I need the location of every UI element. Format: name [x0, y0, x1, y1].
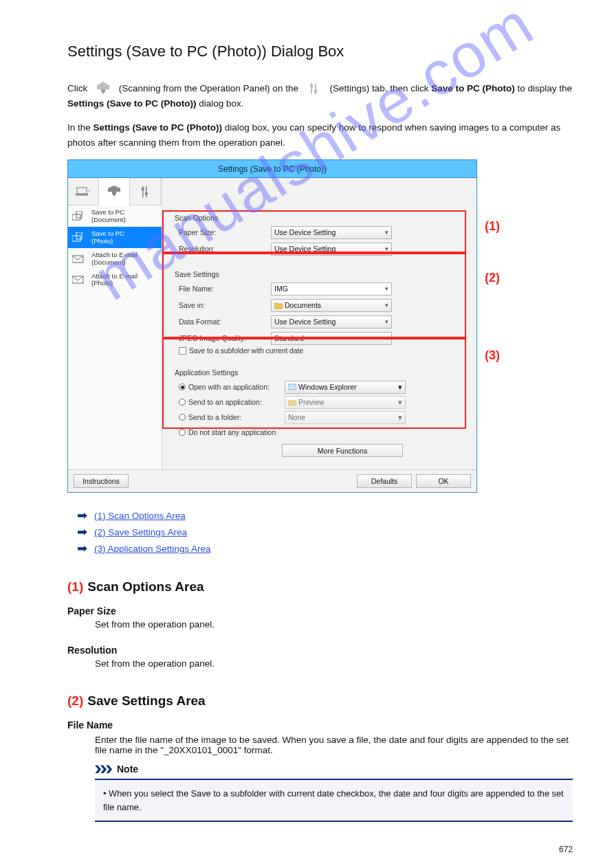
sidebar-item-save-pc-photo[interactable]: Save to PC(Photo) [68, 227, 162, 248]
tab-panel-scan[interactable] [99, 178, 130, 205]
sidebar-item-save-pc-document[interactable]: Save to PC(Document) [68, 205, 162, 227]
svg-rect-16 [288, 384, 296, 390]
explorer-icon [288, 383, 296, 391]
paper-size-dropdown[interactable]: Use Device Setting▾ [271, 226, 392, 239]
tab-settings[interactable] [130, 178, 161, 205]
dropdown-value: Documents [285, 301, 321, 309]
send-to-folder-radio[interactable] [179, 414, 186, 421]
term-desc: Enter the file name of the image to be s… [95, 735, 573, 755]
link-row: ➡ (2) Save Settings Area [77, 526, 573, 538]
chevron-down-icon: ▾ [385, 245, 388, 252]
note-label: Note [117, 764, 138, 775]
page-number: 672 [559, 845, 573, 854]
sidebar-item-label: (Document) [91, 216, 126, 223]
file-name-label: File Name: [175, 285, 271, 293]
more-functions-button[interactable]: More Functions [282, 444, 403, 457]
folder-icon [288, 398, 296, 406]
panel-scan-options: Scan Options Paper Size: Use Device Sett… [169, 211, 470, 263]
svg-rect-7 [146, 186, 147, 197]
term-desc: Set from the operation panel. [95, 658, 573, 669]
dropdown-value: Use Device Setting [274, 228, 336, 236]
intro-text: to display the [515, 83, 572, 93]
page-title: Settings (Save to PC (Photo)) Dialog Box [67, 43, 573, 60]
send-to-folder-dropdown[interactable]: None▾ [285, 411, 406, 424]
panel-title: Application Settings [175, 368, 464, 377]
send-to-app-radio[interactable] [179, 399, 186, 405]
svg-rect-5 [76, 194, 88, 196]
arrow-right-icon: ➡ [77, 542, 87, 555]
link-row: ➡ (3) Application Settings Area [77, 542, 573, 555]
svg-point-8 [142, 188, 144, 190]
callout-label-1: (1) [485, 219, 500, 234]
dialog-footer: Instructions Defaults OK [68, 469, 476, 492]
svg-point-2 [309, 85, 313, 88]
tools-icon [305, 82, 323, 96]
anchor-app-settings[interactable]: (3) Application Settings Area [94, 544, 211, 554]
sidebar-item-label: (Photo) [91, 280, 138, 287]
link-row: ➡ (1) Scan Options Area [77, 509, 573, 522]
chevron-down-icon: ▾ [385, 302, 388, 309]
tab-computer[interactable] [68, 178, 99, 205]
intro-text: In the [67, 122, 94, 133]
dialog-titlebar: Settings (Save to PC (Photo)) [68, 160, 476, 178]
save-in-label: Save in: [175, 301, 271, 309]
chevron-down-icon: ▾ [398, 413, 402, 421]
dropdown-value: Standard [274, 334, 304, 342]
dropdown-value: None [288, 413, 305, 421]
radio-label: Open with an application: [188, 383, 285, 391]
defaults-button[interactable]: Defaults [357, 474, 412, 488]
svg-point-3 [314, 90, 317, 93]
resolution-label: Resolution: [175, 245, 271, 253]
jpeg-quality-label: JPEG Image Quality: [175, 334, 271, 342]
radio-label: Do not start any application [188, 428, 276, 436]
anchor-scan-options[interactable]: (1) Scan Options Area [94, 511, 186, 521]
panel-title: Save Settings [175, 270, 464, 278]
save-in-dropdown[interactable]: Documents▾ [271, 299, 392, 312]
do-not-start-radio[interactable] [179, 429, 186, 436]
open-with-app-dropdown[interactable]: Windows Explorer▾ [285, 381, 406, 394]
dropdown-value: Windows Explorer [298, 383, 357, 391]
chevron-down-icon: ▾ [398, 383, 402, 391]
panel-title: Scan Options [175, 214, 464, 222]
subfolder-checkbox[interactable] [179, 347, 186, 355]
section-title: Scan Options Area [87, 579, 204, 594]
ok-button[interactable]: OK [416, 474, 471, 488]
section-save-settings: (2)Save Settings Area File Name Enter th… [67, 693, 573, 821]
svg-rect-4 [77, 188, 87, 194]
paper-size-label: Paper Size: [175, 228, 271, 236]
intro-text: (Scanning from the Operation Panel) on t… [116, 83, 301, 93]
folder-icon [274, 301, 283, 309]
chevron-down-icon: ▾ [385, 335, 388, 342]
intro-text: dialog box. [197, 98, 244, 109]
dialog-screenshot: Settings (Save to PC (Photo)) Save to PC… [67, 159, 477, 493]
intro-strong: Save to PC (Photo) [431, 83, 515, 93]
section-lead-number: (1) [67, 579, 83, 594]
intro-strong: Settings (Save to PC (Photo)) [67, 98, 197, 109]
jpeg-quality-dropdown[interactable]: Standard▾ [271, 332, 392, 345]
dialog-sidebar: Save to PC(Document) Save to PC(Photo) A… [68, 178, 162, 469]
data-format-dropdown[interactable]: Use Device Setting▾ [271, 315, 392, 329]
dropdown-value: Preview [298, 398, 324, 406]
send-to-app-dropdown[interactable]: Preview▾ [285, 396, 406, 409]
note-heading-row: Note [95, 764, 573, 775]
chevron-down-icon: ▾ [385, 318, 388, 325]
note-bullet: When you select the Save to a subfolder … [103, 787, 564, 813]
intro-paragraph-1: Click (Scanning from the Operation Panel… [67, 81, 573, 111]
chevron-down-icon: ▾ [385, 229, 388, 236]
intro-strong: Settings (Save to PC (Photo)) [94, 122, 223, 133]
chevron-down-icon: ▾ [385, 285, 388, 292]
data-format-label: Data Format: [175, 318, 271, 326]
resolution-dropdown[interactable]: Use Device Setting▾ [271, 243, 392, 256]
combobox-value: IMG [274, 285, 288, 293]
radio-label: Send to an application: [188, 398, 285, 406]
open-with-app-radio[interactable] [179, 383, 186, 390]
section-lead-number: (2) [67, 693, 83, 708]
file-name-combobox[interactable]: IMG▾ [271, 282, 392, 296]
anchor-save-settings[interactable]: (2) Save Settings Area [94, 527, 187, 537]
radio-label: Send to a folder: [188, 413, 285, 421]
instructions-button[interactable]: Instructions [74, 474, 129, 488]
svg-point-9 [145, 192, 148, 195]
sidebar-item-email-document[interactable]: Attach to E-mail(Document) [68, 248, 162, 269]
sidebar-item-email-photo[interactable]: Attach to E-mail(Photo) [68, 269, 162, 291]
arrow-right-icon: ➡ [77, 526, 87, 538]
